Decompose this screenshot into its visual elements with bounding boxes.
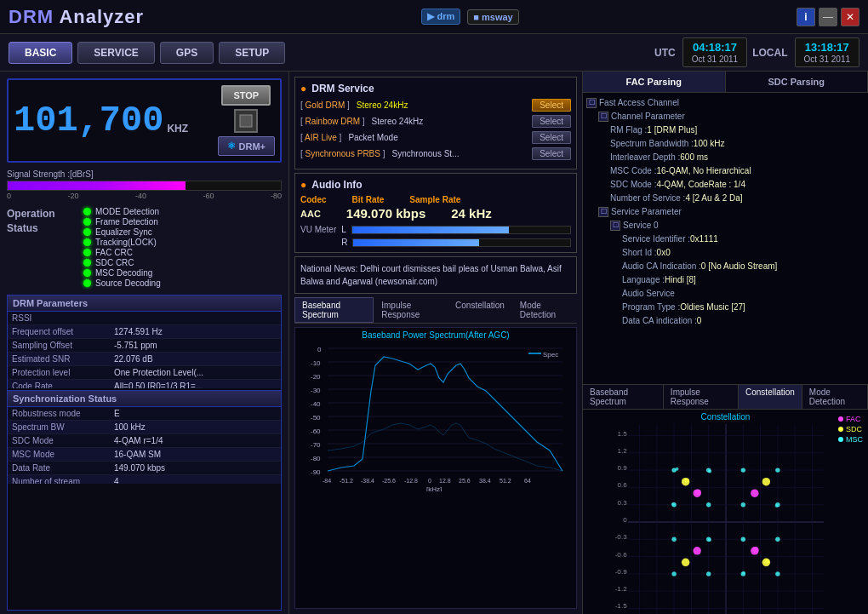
select-btn-3[interactable]: Select: [532, 131, 571, 144]
table-row: SDC Mode4-QAM r=1/4: [8, 434, 281, 448]
svg-point-82: [693, 547, 700, 554]
constellation-svg: -1.5 -1.2 -0.9 -0.6 -0.3 0 0.3 0.6 0.9 1…: [594, 424, 858, 614]
tree-item-spectrum-bw: Spectrum Bandwidth : 100 kHz: [586, 137, 865, 151]
select-btn-2[interactable]: Select: [532, 115, 571, 128]
tab-right-constellation[interactable]: Constellation: [739, 385, 802, 409]
frequency-value: 101,700: [14, 100, 163, 141]
service-name-2: [ Rainbow DRM ]: [300, 117, 365, 126]
vu-fill-r: [353, 239, 479, 246]
window-buttons: i — ✕: [797, 8, 859, 26]
svg-point-74: [775, 571, 779, 576]
drm-service-title: ● DRM Service: [300, 83, 571, 95]
sync-scrollable[interactable]: Robustness modeE Spectrum BW100 kHz SDC …: [8, 407, 281, 484]
right-panel: FAC Parsing SDC Parsing ☐ Fast Access Ch…: [583, 72, 868, 614]
codec-value: AAC: [300, 209, 321, 219]
op-status-label: Operation Status: [7, 207, 75, 288]
table-row: Robustness modeE: [8, 407, 281, 421]
svg-point-58: [675, 468, 678, 471]
tab-impulse-response[interactable]: Impulse Response: [374, 297, 448, 323]
svg-point-62: [775, 468, 779, 472]
constellation-title: Constellation: [583, 410, 868, 424]
sample-value: 24 kHz: [451, 206, 492, 221]
stop-area: STOP ⚛ DRM+: [218, 85, 275, 156]
tab-mode-detection[interactable]: Mode Detection: [512, 297, 577, 323]
svg-text:-0.3: -0.3: [614, 533, 626, 541]
svg-point-81: [751, 489, 758, 496]
right-spec-tabs: Baseband Spectrum Impulse Response Const…: [583, 384, 868, 410]
gps-button[interactable]: GPS: [160, 42, 214, 64]
tab-baseband-spectrum[interactable]: Baseband Spectrum: [294, 297, 374, 323]
constellation-area: Constellation FAC SDC MSC: [583, 410, 868, 614]
tree-item-rm-flag: RM Flag : 1 [DRM Plus]: [586, 123, 865, 137]
setup-button[interactable]: SETUP: [219, 42, 285, 64]
svg-text:-1.2: -1.2: [614, 585, 626, 593]
svg-point-90: [765, 559, 769, 563]
ch-r: R: [341, 238, 347, 247]
service-info-3: Packet Mode: [348, 133, 532, 142]
left-panel: 101,700 KHZ STOP ⚛ DRM+ Signal Strength …: [0, 72, 289, 614]
tree-item-program-type: Program Type : Oldies Music [27]: [586, 301, 865, 314]
tab-right-impulse[interactable]: Impulse Response: [664, 385, 739, 409]
svg-text:25.6: 25.6: [459, 478, 471, 484]
close-button[interactable]: ✕: [841, 8, 859, 26]
tree-item-audio-ca: Audio CA Indication : 0 [No Audio Stream…: [586, 260, 865, 273]
tab-fac-parsing[interactable]: FAC Parsing: [583, 72, 726, 92]
info-button[interactable]: i: [797, 8, 815, 26]
svg-point-72: [706, 571, 711, 576]
drm-plus-button[interactable]: ⚛ DRM+: [218, 136, 275, 156]
drm-logo: ▶ drm: [421, 9, 460, 25]
freq-unit: KHZ: [167, 123, 188, 135]
tree-item-num-services: Number of Service : 4 [2 Au & 2 Da]: [586, 192, 865, 205]
legend-sdc: SDC: [838, 425, 863, 433]
svg-text:-40: -40: [311, 400, 321, 408]
utc-label: UTC: [654, 47, 676, 59]
status-dot: [83, 238, 91, 246]
table-row: RSSI: [8, 312, 281, 325]
svg-text:-30: -30: [311, 387, 321, 394]
service-info-1: Stereo 24kHz: [357, 100, 532, 110]
tab-constellation[interactable]: Constellation: [448, 297, 512, 323]
svg-text:Spec: Spec: [543, 351, 558, 359]
svg-text:-90: -90: [311, 468, 321, 476]
svg-text:-80: -80: [311, 455, 321, 462]
service-row-2: [ Rainbow DRM ] Stereo 24kHz Select: [300, 115, 571, 128]
status-msc-decoding: MSC Decoding: [83, 268, 161, 278]
basic-button[interactable]: BASIC: [9, 42, 72, 64]
stop-button[interactable]: STOP: [221, 85, 271, 106]
svg-text:0.3: 0.3: [617, 499, 627, 507]
fac-tree[interactable]: ☐ Fast Access Channel ☐ Channel Paramete…: [583, 93, 868, 384]
drm-params-section: DRM Parameters RSSI Frequenct offset1274…: [7, 295, 282, 611]
svg-text:-84: -84: [323, 478, 331, 484]
status-dot: [83, 259, 91, 267]
select-btn-1[interactable]: Select: [532, 99, 571, 112]
signal-label: Signal Strength :[dBrS]: [7, 169, 282, 179]
tab-right-baseband[interactable]: Baseband Spectrum: [583, 385, 664, 409]
svg-text:-25.6: -25.6: [382, 478, 396, 484]
svg-point-84: [752, 547, 758, 553]
tab-sdc-parsing[interactable]: SDC Parsing: [726, 72, 869, 92]
svg-point-67: [671, 537, 676, 542]
signal-bar: [7, 181, 282, 191]
select-btn-4[interactable]: Select: [532, 147, 571, 160]
right-bottom: Baseband Spectrum Impulse Response Const…: [583, 384, 868, 614]
msway-logo: ■ msway: [467, 9, 518, 25]
minimize-button[interactable]: —: [819, 8, 837, 26]
sample-label: Sample Rate: [409, 195, 460, 204]
vu-bar-l: [351, 226, 571, 234]
local-label: LOCAL: [752, 47, 787, 59]
service-name-4: [ Synchronous PRBS ]: [300, 149, 385, 158]
fac-label: FAC: [846, 415, 861, 423]
vu-r-row: VU Meter R: [300, 238, 571, 247]
status-tracking-lock: Tracking(LOCK): [83, 238, 161, 247]
tree-item-service-param: ☐ Service Parameter: [586, 205, 865, 219]
service-row-1: [ Gold DRM ] Stereo 24kHz Select: [300, 99, 571, 112]
tree-check: ☐: [598, 207, 608, 217]
svg-text:-12.8: -12.8: [404, 478, 418, 484]
service-button[interactable]: SERVICE: [77, 42, 154, 64]
table-row: Frequenct offset1274.591 Hz: [8, 325, 281, 339]
params-scrollable[interactable]: RSSI Frequenct offset1274.591 Hz Samplin…: [8, 312, 281, 388]
local-time: 13:18:17: [804, 41, 850, 54]
svg-text:[kHz]: [kHz]: [426, 485, 442, 491]
tab-right-mode[interactable]: Mode Detection: [802, 385, 868, 409]
codec-label: Codec: [300, 195, 327, 204]
